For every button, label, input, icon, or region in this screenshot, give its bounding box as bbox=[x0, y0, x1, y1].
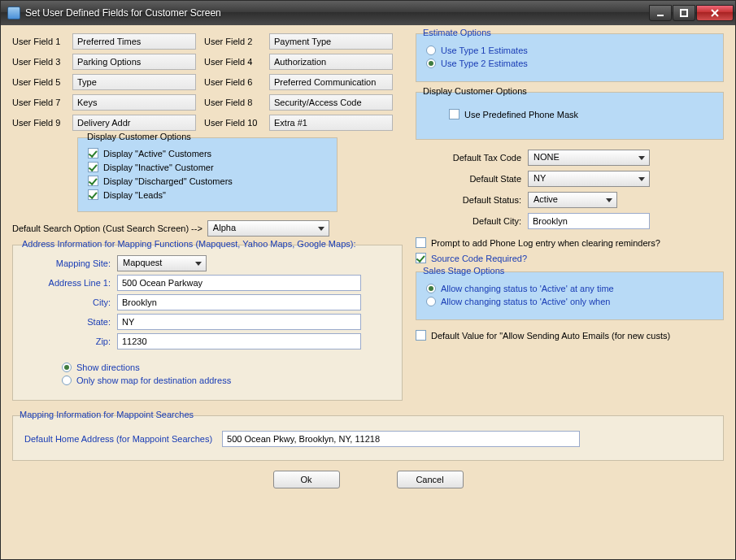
use-phone-mask-checkbox[interactable] bbox=[449, 109, 459, 119]
display-leads-label: Display "Leads" bbox=[103, 190, 166, 200]
user-field-2-label: User Field 2 bbox=[204, 37, 261, 46]
user-field-3-input[interactable] bbox=[72, 54, 196, 70]
show-directions-label[interactable]: Show directions bbox=[76, 362, 140, 372]
default-search-option-select[interactable]: Alpha bbox=[207, 220, 329, 237]
cancel-button[interactable]: Cancel bbox=[397, 471, 464, 488]
dialog-button-bar: Ok Cancel bbox=[12, 471, 724, 488]
close-button[interactable] bbox=[696, 5, 734, 21]
state-input[interactable] bbox=[117, 314, 361, 330]
sales-active-anytime-radio[interactable] bbox=[426, 284, 436, 293]
default-state-value: NY bbox=[533, 173, 546, 183]
default-search-option-label: Default Search Option (Cust Search Scree… bbox=[12, 224, 203, 233]
user-field-4-label: User Field 4 bbox=[204, 57, 261, 67]
mapping-site-value: Mapquest bbox=[123, 258, 162, 267]
default-city-label: Default City: bbox=[416, 216, 521, 226]
default-status-value: Active bbox=[533, 194, 558, 204]
user-field-7-input[interactable] bbox=[72, 94, 196, 111]
sales-stage-legend: Sales Stage Options bbox=[423, 266, 504, 276]
display-customer-legend: Display Customer Options bbox=[85, 132, 194, 141]
svg-rect-1 bbox=[681, 10, 687, 16]
phone-mask-legend: Display Customer Options bbox=[423, 86, 527, 96]
display-active-checkbox[interactable] bbox=[88, 148, 98, 158]
display-inactive-label: Display "Inactive" Customer bbox=[103, 163, 214, 172]
user-field-9-label: User Field 9 bbox=[12, 118, 64, 128]
source-code-required-label: Source Code Required? bbox=[431, 254, 527, 263]
type1-estimates-label[interactable]: Use Type 1 Estimates bbox=[441, 46, 528, 55]
mappoint-legend: Mapping Information for Mappoint Searche… bbox=[20, 410, 194, 419]
estimate-options-legend: Estimate Options bbox=[423, 28, 491, 37]
type1-estimates-radio[interactable] bbox=[426, 46, 436, 55]
user-field-6-label: User Field 6 bbox=[204, 77, 261, 87]
city-input[interactable] bbox=[117, 294, 361, 310]
mappoint-group: Mapping Information for Mappoint Searche… bbox=[12, 415, 724, 461]
user-field-10-label: User Field 10 bbox=[204, 118, 261, 128]
source-code-required-checkbox[interactable] bbox=[416, 253, 426, 263]
window-controls bbox=[648, 5, 734, 21]
display-discharged-checkbox[interactable] bbox=[88, 176, 98, 186]
type2-estimates-radio[interactable] bbox=[426, 59, 436, 68]
default-state-select[interactable]: NY bbox=[528, 171, 650, 187]
left-column: User Field 1 User Field 2 User Field 3 U… bbox=[12, 33, 403, 401]
defaults-grid: Default Tax Code NONE Default State NY D… bbox=[416, 150, 724, 229]
display-discharged-label: Display "Discharged" Customers bbox=[103, 176, 233, 186]
sales-stage-group: Sales Stage Options Allow changing statu… bbox=[416, 271, 724, 320]
phone-mask-group: Display Customer Options Use Predefined … bbox=[416, 92, 724, 140]
default-city-input[interactable] bbox=[528, 213, 650, 229]
user-field-9-input[interactable] bbox=[72, 115, 196, 131]
address-line1-label: Address Line 1: bbox=[21, 278, 111, 288]
address-line1-input[interactable] bbox=[117, 275, 361, 291]
maximize-button[interactable] bbox=[673, 5, 695, 21]
minimize-button[interactable] bbox=[649, 5, 672, 21]
sales-active-onlywhen-radio[interactable] bbox=[426, 297, 436, 306]
prompt-phone-log-checkbox[interactable] bbox=[416, 237, 426, 248]
mappoint-home-input[interactable] bbox=[222, 431, 580, 447]
default-search-option-value: Alpha bbox=[213, 223, 236, 232]
user-field-7-label: User Field 7 bbox=[12, 98, 64, 107]
zip-input[interactable] bbox=[117, 333, 361, 349]
auto-email-default-checkbox[interactable] bbox=[416, 330, 426, 341]
user-field-10-input[interactable] bbox=[269, 115, 393, 131]
user-field-5-input[interactable] bbox=[72, 74, 196, 90]
client-area: User Field 1 User Field 2 User Field 3 U… bbox=[1, 25, 735, 559]
mapping-site-label: Mapping Site: bbox=[21, 258, 111, 268]
use-phone-mask-label: Use Predefined Phone Mask bbox=[464, 110, 578, 119]
auto-email-default-label: Default Value for "Allow Sending Auto Em… bbox=[431, 331, 670, 341]
ok-button[interactable]: Ok bbox=[273, 471, 340, 488]
titlebar: Set User Defined Fields for Customer Scr… bbox=[1, 1, 735, 25]
user-field-1-input[interactable] bbox=[72, 33, 196, 50]
mapping-site-select[interactable]: Mapquest bbox=[117, 255, 207, 271]
default-status-select[interactable]: Active bbox=[528, 192, 617, 208]
default-tax-label: Default Tax Code bbox=[416, 153, 521, 163]
display-leads-checkbox[interactable] bbox=[88, 189, 98, 200]
user-field-1-label: User Field 1 bbox=[12, 37, 64, 46]
type2-estimates-label[interactable]: Use Type 2 Estimates bbox=[441, 59, 528, 68]
default-tax-select[interactable]: NONE bbox=[528, 150, 650, 166]
sales-active-anytime-label[interactable]: Allow changing status to 'Active' at any… bbox=[441, 284, 614, 293]
user-field-grid: User Field 1 User Field 2 User Field 3 U… bbox=[12, 33, 403, 131]
default-state-label: Default State bbox=[416, 174, 521, 184]
user-field-5-label: User Field 5 bbox=[12, 77, 64, 87]
user-field-8-label: User Field 8 bbox=[204, 98, 261, 107]
default-tax-value: NONE bbox=[533, 152, 560, 162]
state-label: State: bbox=[21, 317, 111, 327]
mapping-address-legend: Address Information for Mapping Function… bbox=[20, 239, 358, 249]
right-column: Estimate Options Use Type 1 Estimates Us… bbox=[416, 33, 724, 401]
mappoint-home-label: Default Home Address (for Mappoint Searc… bbox=[24, 434, 212, 444]
show-directions-radio[interactable] bbox=[62, 362, 72, 372]
only-show-map-radio[interactable] bbox=[62, 376, 72, 385]
mapping-address-group: Address Information for Mapping Function… bbox=[12, 245, 403, 401]
user-field-2-input[interactable] bbox=[269, 33, 393, 50]
app-window: Set User Defined Fields for Customer Scr… bbox=[0, 0, 736, 560]
display-customer-options-group: Display Customer Options Display "Active… bbox=[77, 137, 338, 212]
display-active-label: Display "Active" Customers bbox=[103, 149, 211, 158]
user-field-6-input[interactable] bbox=[269, 74, 393, 90]
user-field-4-input[interactable] bbox=[269, 54, 393, 70]
display-inactive-checkbox[interactable] bbox=[88, 162, 98, 172]
user-field-8-input[interactable] bbox=[269, 94, 393, 111]
default-status-label: Default Status: bbox=[416, 195, 521, 205]
sales-active-onlywhen-label[interactable]: Allow changing status to 'Active' only w… bbox=[441, 297, 610, 306]
city-label: City: bbox=[21, 297, 111, 307]
only-show-map-label[interactable]: Only show map for destination address bbox=[76, 376, 231, 385]
prompt-phone-log-label: Prompt to add Phone Log entry when clear… bbox=[431, 238, 660, 248]
zip-label: Zip: bbox=[21, 336, 111, 346]
